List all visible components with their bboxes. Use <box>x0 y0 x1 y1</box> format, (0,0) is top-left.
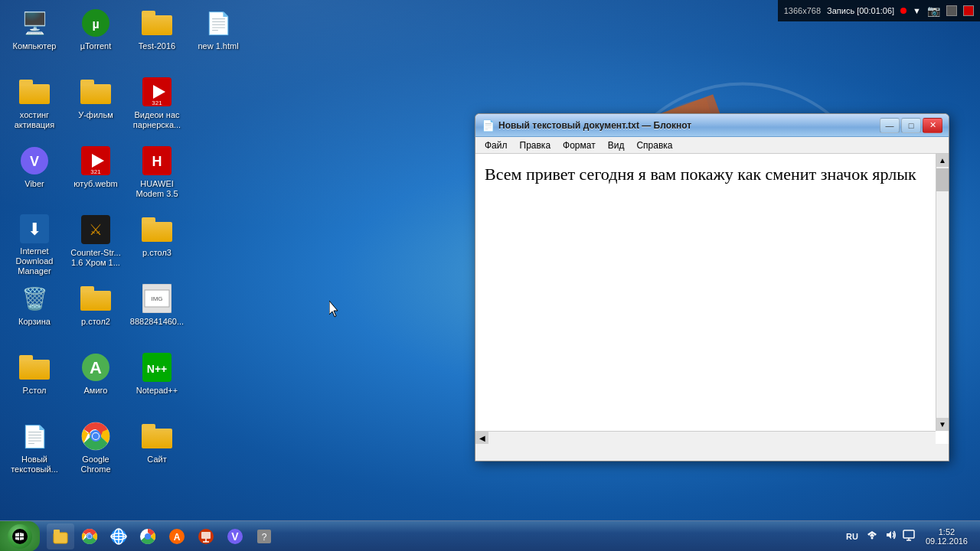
desktop-icon-korzina[interactable]: 🗑️ Корзина <box>4 279 65 348</box>
desktop-icon-video2[interactable]: 321 Видеои нас парнерска... <box>126 73 188 142</box>
hosting-icon <box>19 77 50 107</box>
korzina-label: Корзина <box>18 317 51 327</box>
taskbar-button-ie[interactable] <box>105 523 132 549</box>
computer-icon: 🖥️ <box>19 8 50 38</box>
desktop-icon-novyi[interactable]: 📄 Новый текстовый... <box>4 417 65 486</box>
desktop-icon-huawei[interactable]: H HUAWEI Modem 3.5 <box>126 142 188 210</box>
pstol2-label: р.стол2 <box>81 317 110 327</box>
menu-file[interactable]: Файл <box>479 139 514 152</box>
taskbar-button-viber[interactable]: V <box>221 523 249 549</box>
desktop-icon-new1html[interactable]: 📄 new 1.html <box>188 4 249 73</box>
taskbar: A V <box>0 520 980 551</box>
notepad-window: 📄 Новый текстовый документ.txt — Блокнот… <box>475 113 949 461</box>
scrollbar-left[interactable]: ◀ <box>475 432 488 444</box>
desktop-icon-chrome[interactable]: Google Chrome <box>65 417 126 486</box>
recording-resolution: 1366x768 <box>784 6 821 15</box>
language-indicator[interactable]: RU <box>843 530 861 543</box>
desktop-icon-amigo[interactable]: A Амиго <box>65 348 126 417</box>
recording-dropdown[interactable]: ▼ <box>913 6 921 15</box>
tray-area: RU <box>837 527 980 546</box>
sait-label: Сайт <box>147 455 166 465</box>
maximize-button[interactable]: □ <box>901 118 921 133</box>
menu-view[interactable]: Вид <box>602 139 631 152</box>
video1-icon: 321 <box>80 145 111 176</box>
recording-btn1[interactable] <box>946 5 957 16</box>
taskbar-button-avast[interactable]: A <box>163 523 191 549</box>
desktop-icon-video1[interactable]: 321 ютуб.webm <box>65 142 126 210</box>
computer-label: Компьютер <box>13 41 57 51</box>
volume-icon[interactable] <box>883 527 898 545</box>
chrome-desktop-label: Google Chrome <box>67 455 124 474</box>
notepadpp-label: Notepad++ <box>136 386 178 396</box>
scrollbar-down[interactable]: ▼ <box>936 418 949 431</box>
video1-label: ютуб.webm <box>74 179 118 189</box>
close-button[interactable]: ✕ <box>923 118 942 133</box>
pstol3-label: р.стол3 <box>142 248 172 258</box>
svg-point-18 <box>93 433 99 439</box>
window-menubar: Файл Правка Формат Вид Справка <box>475 137 949 154</box>
svg-marker-55 <box>887 531 891 539</box>
scrollbar-thumb[interactable] <box>936 168 949 191</box>
svg-text:⚔: ⚔ <box>89 221 103 238</box>
svg-text:IMG: IMG <box>151 295 162 302</box>
new1html-label: new 1.html <box>198 41 238 51</box>
csstrike-label: Counter-Str... 1.6 Хром 1... <box>67 248 124 268</box>
huawei-icon: H <box>142 145 172 176</box>
notepad-content-area[interactable]: Всем привет сегодня я вам покажу как сме… <box>475 154 949 444</box>
desktop-icon-csstrike[interactable]: ⚔ Counter-Str... 1.6 Хром 1... <box>65 210 126 279</box>
desktop-icon-computer[interactable]: 🖥️ Компьютер <box>4 4 65 73</box>
taskbar-button-chrome[interactable] <box>76 523 103 549</box>
display-icon[interactable] <box>901 527 916 545</box>
pstol3-icon <box>142 214 172 245</box>
menu-format[interactable]: Формат <box>557 139 602 152</box>
scrollbar-horizontal[interactable]: ◀ ▶ <box>475 431 936 444</box>
scrollbar-up[interactable]: ▲ <box>936 154 949 167</box>
svg-text:321: 321 <box>90 168 101 175</box>
svg-text:H: H <box>152 154 162 169</box>
desktop-icon-idm[interactable]: ⬇ Internet Download Manager <box>4 210 65 279</box>
menu-help[interactable]: Справка <box>630 139 678 152</box>
test2016-label: Test-2016 <box>139 41 175 51</box>
system-clock[interactable]: 1:52 09.12.2016 <box>920 527 974 546</box>
scrollbar-vertical[interactable]: ▲ ▼ <box>936 154 949 431</box>
desktop-icon-sait[interactable]: Сайт <box>126 417 188 486</box>
novyi-label: Новый текстовый... <box>6 455 63 474</box>
network-icon[interactable] <box>864 527 880 545</box>
desktop-icon-notepadpp[interactable]: N++ Notepad++ <box>126 348 188 417</box>
svg-text:?: ? <box>262 532 267 543</box>
pstol-label: Р.стол <box>22 386 46 396</box>
start-orb <box>8 524 32 549</box>
sait-icon <box>142 421 172 452</box>
minimize-button[interactable]: — <box>880 118 900 133</box>
amigo-label: Амиго <box>84 386 108 396</box>
desktop-icon-pstol3[interactable]: р.стол3 <box>126 210 188 279</box>
new1html-icon: 📄 <box>203 8 234 38</box>
desktop-icon-img888[interactable]: IMG 8882841460... <box>126 279 188 348</box>
recording-btn2[interactable] <box>963 5 974 16</box>
desktop-icon-pstol[interactable]: Р.стол <box>4 348 65 417</box>
desktop-icon-ufilm[interactable]: У-фильм <box>65 73 126 142</box>
desktop-icon-utorrent[interactable]: µ µTorrent <box>65 4 126 73</box>
pstol2-icon <box>80 283 111 314</box>
svg-point-54 <box>871 537 873 540</box>
taskbar-button-unknown[interactable]: ? <box>250 523 278 549</box>
start-button[interactable] <box>0 521 40 552</box>
svg-rect-47 <box>201 532 211 539</box>
taskbar-button-presentation[interactable] <box>192 523 220 549</box>
svg-text:V: V <box>30 154 39 169</box>
ufilm-label: У-фильм <box>78 110 113 120</box>
window-titlebar[interactable]: 📄 Новый текстовый документ.txt — Блокнот… <box>475 114 949 137</box>
ufilm-icon <box>80 77 111 107</box>
taskbar-button-explorer[interactable] <box>47 523 74 549</box>
taskbar-button-chrome2[interactable] <box>134 523 162 549</box>
desktop-icon-test2016[interactable]: Test-2016 <box>126 4 188 73</box>
desktop: 🖥️ Компьютер хостинг активация V Viber <box>0 0 980 551</box>
desktop-icon-hosting[interactable]: хостинг активация <box>4 73 65 142</box>
recording-camera[interactable]: 📷 <box>927 5 940 17</box>
taskbar-icons: A V <box>43 523 837 549</box>
test2016-icon <box>142 8 172 38</box>
desktop-icon-viber[interactable]: V Viber <box>4 142 65 210</box>
menu-edit[interactable]: Правка <box>514 139 557 152</box>
desktop-icon-pstol2[interactable]: р.стол2 <box>65 279 126 348</box>
window-title: Новый текстовый документ.txt — Блокнот <box>498 120 880 131</box>
